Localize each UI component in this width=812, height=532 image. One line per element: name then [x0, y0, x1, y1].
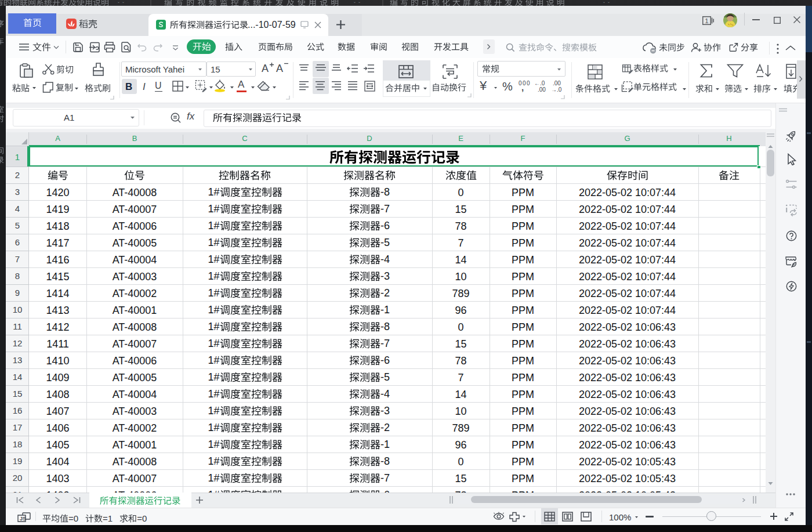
- svg-text:JS: JS: [20, 516, 26, 522]
- svg-text:1: 1: [705, 17, 708, 24]
